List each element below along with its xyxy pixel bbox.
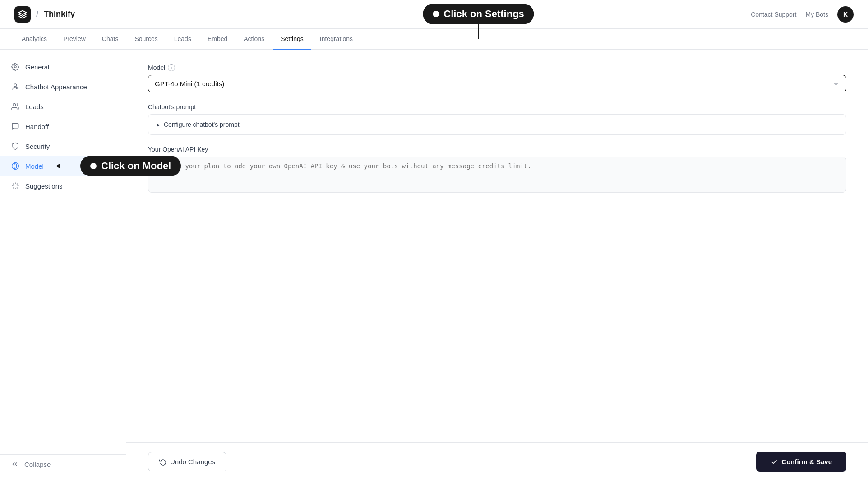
sidebar-item-leads[interactable]: Leads <box>0 97 126 116</box>
model-arrow <box>59 166 77 166</box>
header-right: Contact Support My Bots K <box>751 6 854 23</box>
sidebar-items: General Chatbot Appearance <box>0 57 126 454</box>
sidebar: General Chatbot Appearance <box>0 50 126 481</box>
api-key-field-group: Your OpenAI API Key <box>148 146 846 194</box>
svg-line-8 <box>13 184 14 185</box>
tab-preview[interactable]: Preview <box>56 29 93 50</box>
tab-sources[interactable]: Sources <box>127 29 165 50</box>
collapsible-label: Configure chatbot's prompt <box>164 121 240 128</box>
sidebar-item-general[interactable]: General <box>0 57 126 77</box>
settings-tooltip-label: Click on Settings <box>443 8 524 20</box>
confirm-check-icon <box>771 458 778 466</box>
confirm-label: Confirm & Save <box>781 458 832 466</box>
content-footer: Undo Changes Confirm & Save <box>126 442 868 481</box>
app-title: Thinkify <box>44 9 75 19</box>
sidebar-bottom: Collapse <box>0 454 126 474</box>
header: / Thinkify Click on Settings Contact Sup… <box>0 0 868 29</box>
chatbot-prompt-collapsible[interactable]: ▶ Configure chatbot's prompt <box>148 114 846 135</box>
tooltip-arrow <box>478 24 479 39</box>
model-tooltip-dot <box>90 163 97 169</box>
svg-point-1 <box>14 84 17 87</box>
svg-point-0 <box>14 66 17 68</box>
settings-tooltip-bubble: Click on Settings <box>423 4 534 24</box>
tooltip-dot <box>433 11 439 17</box>
logo-icon <box>14 6 31 23</box>
tab-chats[interactable]: Chats <box>95 29 126 50</box>
tab-integrations[interactable]: Integrations <box>313 29 360 50</box>
suggestions-icon <box>11 181 20 190</box>
model-field-label: Model i <box>148 64 846 71</box>
avatar[interactable]: K <box>837 6 854 23</box>
svg-point-3 <box>13 103 16 106</box>
tab-leads[interactable]: Leads <box>167 29 199 50</box>
tab-actions[interactable]: Actions <box>236 29 272 50</box>
handoff-icon <box>11 122 20 131</box>
model-field-group: Model i GPT-4o Mini (1 credits) GPT-4o (… <box>148 64 846 92</box>
api-key-input[interactable] <box>148 157 846 193</box>
sidebar-item-appearance[interactable]: Chatbot Appearance <box>0 77 126 97</box>
settings-tooltip: Click on Settings <box>423 4 534 39</box>
collapse-button[interactable]: Collapse <box>11 460 115 468</box>
leads-icon <box>11 102 20 111</box>
chatbot-prompt-field-group: Chatbot's prompt ▶ Configure chatbot's p… <box>148 103 846 135</box>
tab-embed[interactable]: Embed <box>200 29 235 50</box>
sidebar-item-model-label: Model <box>25 162 44 170</box>
collapsible-header[interactable]: ▶ Configure chatbot's prompt <box>157 121 838 128</box>
security-icon <box>11 142 20 151</box>
gear-icon <box>11 62 20 71</box>
slash-separator: / <box>36 9 38 19</box>
sidebar-item-security-label: Security <box>25 143 50 150</box>
undo-label: Undo Changes <box>170 458 215 466</box>
undo-changes-button[interactable]: Undo Changes <box>148 452 226 471</box>
sidebar-item-handoff-label: Handoff <box>25 123 49 130</box>
model-icon <box>11 161 20 171</box>
collapse-label: Collapse <box>24 461 51 468</box>
model-tooltip-bubble: Click on Model <box>80 156 181 176</box>
sidebar-item-handoff[interactable]: Handoff <box>0 116 126 136</box>
sidebar-item-leads-label: Leads <box>25 103 44 111</box>
svg-line-13 <box>17 184 18 185</box>
model-tooltip-label: Click on Model <box>101 160 171 172</box>
sidebar-item-model[interactable]: Model Click on Model <box>0 156 126 176</box>
chatbot-prompt-label-text: Chatbot's prompt <box>148 103 196 111</box>
sidebar-item-general-label: General <box>25 63 49 71</box>
my-bots-link[interactable]: My Bots <box>805 11 828 18</box>
api-key-label: Your OpenAI API Key <box>148 146 846 153</box>
collapsible-arrow-icon: ▶ <box>157 122 160 127</box>
contact-support-link[interactable]: Contact Support <box>751 11 796 18</box>
confirm-save-button[interactable]: Confirm & Save <box>756 452 846 472</box>
svg-line-9 <box>17 187 18 188</box>
sidebar-item-suggestions[interactable]: Suggestions <box>0 176 126 196</box>
svg-line-12 <box>13 187 14 188</box>
logo[interactable]: / Thinkify <box>14 6 75 23</box>
tab-settings[interactable]: Settings <box>273 29 311 50</box>
content-area: Model i GPT-4o Mini (1 credits) GPT-4o (… <box>126 50 868 481</box>
tab-analytics[interactable]: Analytics <box>14 29 54 50</box>
model-label-text: Model <box>148 64 165 71</box>
model-tooltip: Click on Model <box>59 156 181 176</box>
collapse-icon <box>11 460 19 468</box>
sidebar-item-appearance-label: Chatbot Appearance <box>25 83 87 91</box>
model-select[interactable]: GPT-4o Mini (1 credits) GPT-4o (10 credi… <box>148 75 846 92</box>
api-key-label-text: Your OpenAI API Key <box>148 146 208 153</box>
chatbot-prompt-label: Chatbot's prompt <box>148 103 846 111</box>
appearance-icon <box>11 82 20 91</box>
undo-icon <box>159 458 166 466</box>
sidebar-item-security[interactable]: Security <box>0 136 126 156</box>
model-info-icon[interactable]: i <box>168 64 175 71</box>
main-layout: General Chatbot Appearance <box>0 50 868 481</box>
sidebar-item-suggestions-label: Suggestions <box>25 182 63 190</box>
